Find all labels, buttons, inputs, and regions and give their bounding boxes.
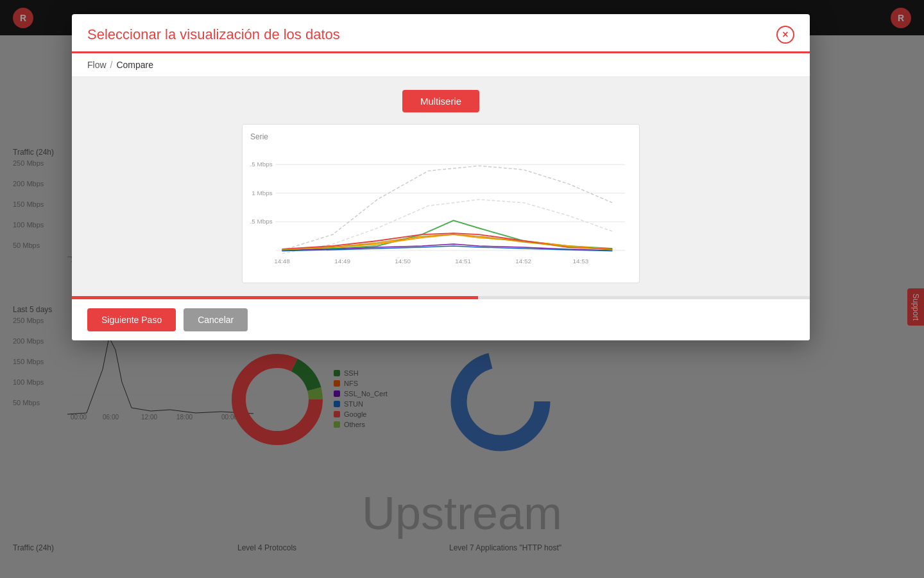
cancelar-button[interactable]: Cancelar (184, 308, 248, 331)
svg-text:1 Mbps: 1 Mbps (252, 189, 272, 197)
svg-text:0.5 Mbps: 0.5 Mbps (250, 218, 273, 225)
modal-header: Seleccionar la visualización de los dato… (72, 14, 810, 53)
multiserie-button[interactable]: Multiserie (402, 90, 479, 112)
modal-footer: Siguiente Paso Cancelar (72, 299, 810, 340)
svg-text:14:48: 14:48 (274, 258, 290, 265)
siguiente-paso-button[interactable]: Siguiente Paso (87, 308, 176, 331)
chart-preview: Serie 1.5 Mbps 1 Mbps 0.5 Mbps (242, 124, 640, 283)
modal-body: Multiserie Serie 1.5 Mbps 1 Mbps 0.5 Mbp… (72, 77, 810, 296)
modal-progress-bar (72, 296, 810, 299)
modal-breadcrumb: Flow / Compare (72, 53, 810, 77)
svg-text:14:50: 14:50 (395, 258, 411, 265)
modal-progress-fill (72, 296, 478, 299)
modal-title: Seleccionar la visualización de los dato… (87, 26, 340, 43)
breadcrumb-separator: / (110, 60, 113, 70)
svg-text:14:49: 14:49 (334, 258, 350, 265)
svg-text:14:52: 14:52 (515, 258, 531, 265)
svg-text:1.5 Mbps: 1.5 Mbps (250, 161, 273, 168)
svg-text:14:53: 14:53 (572, 258, 588, 265)
breadcrumb-current: Compare (116, 60, 153, 70)
modal-close-button[interactable]: × (776, 26, 794, 44)
modal-dialog: Seleccionar la visualización de los dato… (72, 14, 810, 340)
breadcrumb-parent: Flow (87, 60, 107, 70)
chart-svg: 1.5 Mbps 1 Mbps 0.5 Mbps (250, 146, 631, 275)
chart-series-label: Serie (250, 132, 631, 141)
multiserie-container: Multiserie (87, 90, 794, 112)
svg-text:14:51: 14:51 (455, 258, 471, 265)
